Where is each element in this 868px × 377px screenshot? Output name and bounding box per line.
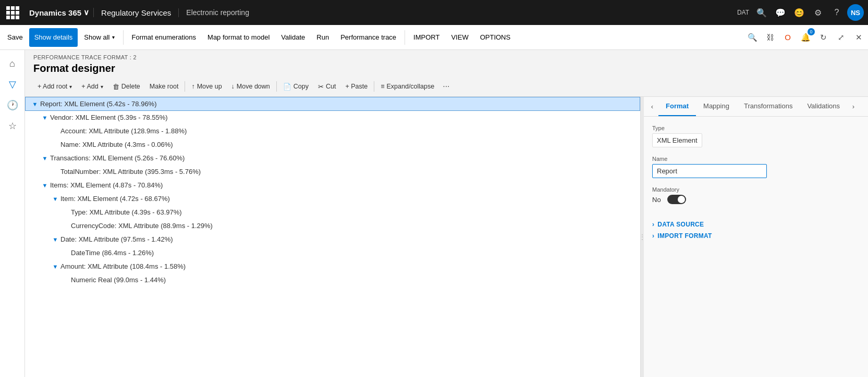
name-input[interactable] xyxy=(652,164,767,178)
format-toolbar: + Add root ▾ + Add ▾ 🗑 Delete Make root … xyxy=(25,77,868,97)
map-format-to-model-button[interactable]: Map format to model xyxy=(202,28,275,47)
brand-dynamics[interactable]: Dynamics 365 ∨ xyxy=(25,8,94,17)
tool-sep-2 xyxy=(276,81,277,92)
avatar[interactable]: NS xyxy=(847,4,864,21)
add-button[interactable]: + Add ▾ xyxy=(77,79,107,94)
tree-row[interactable]: Numeric Real (99.0ms - 1.44%) xyxy=(25,273,640,287)
cut-icon: ✂ xyxy=(318,83,324,91)
move-up-button[interactable]: ↑ Move up xyxy=(187,79,226,94)
tab-validations[interactable]: Validations xyxy=(800,97,847,116)
row-text: DateTime (86.4ms - 1.26%) xyxy=(71,249,640,257)
validate-button[interactable]: Validate xyxy=(276,28,310,47)
close-icon[interactable]: ✕ xyxy=(851,30,866,45)
expand-icon[interactable]: ▼ xyxy=(40,115,50,121)
run-button[interactable]: Run xyxy=(311,28,334,47)
nav-home-icon[interactable]: ⌂ xyxy=(3,54,22,73)
format-enumerations-button[interactable]: Format enumerations xyxy=(127,28,202,47)
fullscreen-icon[interactable]: ⤢ xyxy=(834,30,848,45)
tree-row[interactable]: Account: XML Attribute (128.9ms - 1.88%) xyxy=(25,124,640,138)
move-down-button[interactable]: ↓ Move down xyxy=(227,79,274,94)
help-icon[interactable]: ? xyxy=(828,4,845,21)
save-button[interactable]: Save xyxy=(2,28,28,47)
copy-button[interactable]: 📄 Copy xyxy=(279,79,313,94)
expand-icon[interactable]: ▼ xyxy=(50,236,60,243)
notification-badge: 0 xyxy=(808,28,815,35)
type-value: XML Element xyxy=(652,133,702,147)
nav-filter-icon[interactable]: ▽ xyxy=(3,75,22,94)
ribbon-sep-1 xyxy=(123,30,124,45)
import-button[interactable]: IMPORT xyxy=(408,28,445,47)
data-source-label: DATA SOURCE xyxy=(657,221,704,228)
search-ribbon-icon[interactable]: 🔍 xyxy=(745,30,760,45)
expand-icon[interactable]: ▼ xyxy=(50,196,60,202)
tab-transformations[interactable]: Transformations xyxy=(737,97,800,116)
tab-format[interactable]: Format xyxy=(658,97,696,116)
page-header: PERFORMANCE TRACE FORMAT : 2 Format desi… xyxy=(25,50,868,77)
row-text: Numeric Real (99.0ms - 1.44%) xyxy=(71,276,640,284)
settings-icon[interactable]: ⚙ xyxy=(810,4,826,21)
nav-recent-icon[interactable]: 🕐 xyxy=(3,96,22,115)
row-text: Report: XML Element (5.42s - 78.96%) xyxy=(40,100,640,108)
expand-icon[interactable]: ▼ xyxy=(40,182,50,188)
delete-button[interactable]: 🗑 Delete xyxy=(108,79,144,94)
tool-sep-1 xyxy=(185,81,185,92)
resize-handle[interactable]: ⋮ xyxy=(641,97,644,377)
refresh-icon[interactable]: ↻ xyxy=(816,30,830,45)
chat-icon[interactable]: 💬 xyxy=(772,4,789,21)
waffle-menu[interactable] xyxy=(4,4,21,21)
tab-mapping[interactable]: Mapping xyxy=(696,97,737,116)
add-root-button[interactable]: + Add root ▾ xyxy=(33,79,76,94)
notification-icon[interactable]: 🔔 0 xyxy=(798,30,813,45)
tree-panel: ▼Report: XML Element (5.42s - 78.96%)▼Ve… xyxy=(25,97,641,377)
tree-row[interactable]: Name: XML Attribute (4.3ms - 0.06%) xyxy=(25,138,640,152)
row-text: Account: XML Attribute (128.9ms - 1.88%) xyxy=(60,127,640,135)
page-title: Format designer xyxy=(33,62,860,74)
more-button[interactable]: ··· xyxy=(439,80,453,93)
tree-row[interactable]: ▼Amount: XML Attribute (108.4ms - 1.58%) xyxy=(25,260,640,273)
tab-right-arrow[interactable]: › xyxy=(847,97,860,116)
tree-row[interactable]: TotalNumber: XML Attribute (395.3ms - 5.… xyxy=(25,165,640,179)
move-down-label: Move down xyxy=(237,83,270,90)
content-area: PERFORMANCE TRACE FORMAT : 2 Format desi… xyxy=(25,50,868,377)
add-chevron: ▾ xyxy=(101,84,103,90)
tab-left-arrow[interactable]: ‹ xyxy=(646,97,658,116)
tree-row[interactable]: DateTime (86.4ms - 1.26%) xyxy=(25,246,640,260)
search-icon[interactable]: 🔍 xyxy=(753,4,770,21)
row-text: Type: XML Attribute (4.39s - 63.97%) xyxy=(71,208,640,216)
tree-row[interactable]: ▼Report: XML Element (5.42s - 78.96%) xyxy=(25,97,640,111)
expand-collapse-button[interactable]: ≡ Expand/collapse xyxy=(376,79,438,94)
data-source-section[interactable]: › DATA SOURCE xyxy=(652,221,860,228)
paste-button[interactable]: + Paste xyxy=(341,79,372,94)
tree-row[interactable]: Type: XML Attribute (4.39s - 63.97%) xyxy=(25,206,640,219)
performance-trace-button[interactable]: Performance trace xyxy=(335,28,401,47)
make-root-button[interactable]: Make root xyxy=(145,79,183,94)
mandatory-toggle[interactable] xyxy=(667,195,686,204)
row-text: Item: XML Element (4.72s - 68.67%) xyxy=(60,195,640,203)
link-icon[interactable]: ⛓ xyxy=(763,30,777,45)
top-bar-right: DAT 🔍 💬 😊 ⚙ ? NS xyxy=(737,4,864,21)
tree-row[interactable]: ▼Transactions: XML Element (5.26s - 76.6… xyxy=(25,152,640,165)
expand-icon[interactable]: ▼ xyxy=(50,263,60,270)
tree-row[interactable]: CurrencyCode: XML Attribute (88.9ms - 1.… xyxy=(25,219,640,233)
move-up-label: Move up xyxy=(197,83,222,90)
move-down-icon: ↓ xyxy=(231,83,235,90)
show-details-button[interactable]: Show details xyxy=(29,28,78,47)
tree-row[interactable]: ▼Vendor: XML Element (5.39s - 78.55%) xyxy=(25,111,640,124)
tree-row[interactable]: ▼Items: XML Element (4.87s - 70.84%) xyxy=(25,179,640,192)
show-all-button[interactable]: Show all ▾ xyxy=(79,28,119,47)
tool-sep-3 xyxy=(374,81,374,92)
office-icon[interactable]: O xyxy=(780,30,795,45)
expand-icon[interactable]: ▼ xyxy=(30,101,40,107)
mandatory-field: Mandatory No xyxy=(652,186,860,204)
user-icon[interactable]: 😊 xyxy=(791,4,808,21)
left-nav: ⌂ ▽ 🕐 ☆ xyxy=(0,50,25,377)
cut-button[interactable]: ✂ Cut xyxy=(314,79,340,94)
expand-icon[interactable]: ▼ xyxy=(40,155,50,161)
import-format-section[interactable]: › IMPORT FORMAT xyxy=(652,232,860,240)
tree-row[interactable]: ▼Date: XML Attribute (97.5ms - 1.42%) xyxy=(25,233,640,246)
options-button[interactable]: OPTIONS xyxy=(475,28,516,47)
view-button[interactable]: VIEW xyxy=(446,28,473,47)
nav-bookmark-icon[interactable]: ☆ xyxy=(3,117,22,135)
tree-row[interactable]: ▼Item: XML Element (4.72s - 68.67%) xyxy=(25,192,640,206)
row-text: Name: XML Attribute (4.3ms - 0.06%) xyxy=(60,141,640,148)
